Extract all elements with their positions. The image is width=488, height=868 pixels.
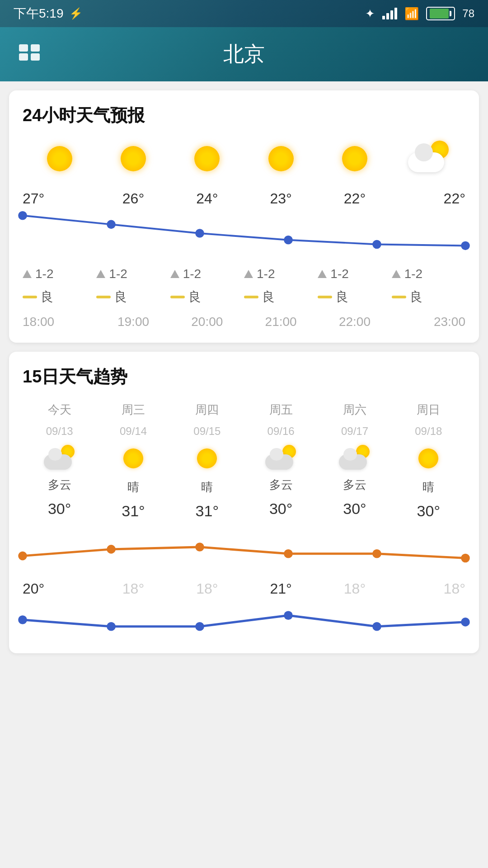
forecast-date-5: 09/18: [415, 425, 442, 438]
status-left: 下午5:19 ⚡: [14, 5, 83, 22]
svg-point-11: [107, 545, 116, 554]
forecast-weather-0: 多云: [48, 477, 71, 493]
svg-rect-2: [19, 53, 28, 61]
wind-item-3: 1-2: [244, 267, 318, 281]
wind-row: 1-2 1-2 1-2 1-2 1-2 1-2: [23, 267, 465, 281]
forecast-weather-5: 晴: [422, 479, 434, 495]
aqi-label-5: 良: [410, 288, 422, 306]
temp-label-1: 26°: [96, 190, 170, 207]
cloudy-icon-4: [339, 445, 371, 470]
hourly-item-5: [392, 141, 465, 172]
sun-icon-2: [189, 141, 225, 177]
wind-item-4: 1-2: [318, 267, 391, 281]
hourly-section-title: 24小时天气预报: [23, 104, 465, 127]
high-temp-line: [23, 529, 465, 565]
cloudy-icon-3: [265, 445, 297, 470]
aqi-label-4: 良: [336, 288, 348, 306]
temp-line-chart: [23, 211, 465, 256]
app-header: 北京: [0, 27, 488, 81]
time-label-1: 19:00: [96, 315, 170, 329]
wind-item-1: 1-2: [96, 267, 170, 281]
wind-arrow-3: [244, 270, 253, 278]
forecast-col-0: 今天 09/13 多云 30°: [23, 402, 96, 518]
low-temp-5: 18°: [392, 580, 465, 597]
time-label-5: 23:00: [392, 315, 465, 329]
low-temp-line: [23, 602, 465, 638]
wind-label-2: 1-2: [183, 267, 201, 281]
svg-point-21: [461, 618, 470, 627]
svg-point-14: [372, 549, 381, 558]
temp-label-5: 22°: [392, 190, 465, 207]
signal-icon: [382, 8, 397, 19]
aqi-item-5: 良: [392, 288, 465, 306]
temp-labels-row: 27° 26° 24° 23° 22° 22°: [23, 190, 465, 207]
forecast-day-3: 周五: [269, 402, 293, 418]
aqi-bar-5: [392, 296, 406, 298]
forecast-high-2: 31°: [196, 502, 219, 520]
wind-arrow-4: [318, 270, 327, 278]
city-title: 北京: [223, 40, 265, 68]
hourly-item-1: [96, 141, 170, 177]
forecast-weather-2: 晴: [201, 479, 213, 495]
aqi-item-4: 良: [318, 288, 391, 306]
forecast-high-1: 31°: [122, 502, 145, 520]
aqi-label-1: 良: [114, 288, 127, 306]
svg-point-18: [195, 622, 204, 631]
svg-point-9: [461, 241, 470, 250]
wind-label-4: 1-2: [330, 267, 348, 281]
forecast-day-5: 周日: [417, 402, 440, 418]
forecast-date-0: 09/13: [46, 425, 73, 438]
hourly-item-2: [170, 141, 244, 177]
time-label-0: 18:00: [23, 315, 96, 329]
svg-point-5: [107, 220, 116, 229]
wind-item-0: 1-2: [23, 267, 96, 281]
wind-label-0: 1-2: [35, 267, 53, 281]
temp-label-4: 22°: [318, 190, 391, 207]
forecast-high-0: 30°: [48, 500, 71, 518]
forecast-date-4: 09/17: [341, 425, 368, 438]
hourly-item-4: [318, 141, 391, 177]
forecast-weather-4: 多云: [343, 477, 366, 493]
aqi-row: 良 良 良 良 良 良: [23, 288, 465, 306]
wifi-icon: 📶: [404, 7, 419, 21]
wind-label-1: 1-2: [109, 267, 127, 281]
time-label-3: 21:00: [244, 315, 318, 329]
sun-icon-4: [337, 141, 373, 177]
low-temp-0: 20°: [23, 580, 96, 597]
wind-arrow-1: [96, 270, 105, 278]
aqi-label-2: 良: [188, 288, 201, 306]
forecast-date-2: 09/15: [193, 425, 221, 438]
svg-point-17: [107, 622, 116, 631]
wind-item-2: 1-2: [170, 267, 244, 281]
forecast-date-3: 09/16: [267, 425, 295, 438]
svg-point-16: [18, 615, 27, 624]
low-temp-1: 18°: [96, 580, 170, 597]
sun-icon-fc-5: [415, 445, 442, 472]
aqi-bar-3: [244, 296, 258, 298]
forecast-high-3: 30°: [269, 500, 292, 518]
aqi-item-3: 良: [244, 288, 318, 306]
low-temp-chart: [23, 602, 465, 640]
forecast-day-4: 周六: [343, 402, 366, 418]
aqi-label-0: 良: [41, 288, 53, 306]
forecast-weather-1: 晴: [127, 479, 139, 495]
temp-label-0: 27°: [23, 190, 96, 207]
lightning-icon: ⚡: [69, 7, 83, 20]
forecast-day-1: 周三: [122, 402, 145, 418]
low-temp-3: 21°: [244, 580, 318, 597]
forecast-weather-3: 多云: [269, 477, 293, 493]
time-row: 18:00 19:00 20:00 21:00 22:00 23:00: [23, 315, 465, 329]
sun-icon-3: [263, 141, 299, 177]
aqi-bar-4: [318, 296, 332, 298]
cloudy-icon-0: [44, 445, 75, 470]
hourly-forecast-card: 24小时天气预报: [9, 90, 479, 343]
hourly-icons-row: [23, 141, 465, 177]
time-label: 下午5:19: [14, 5, 64, 22]
wind-arrow-0: [23, 270, 32, 278]
status-right: ✦ 📶 78: [365, 7, 474, 21]
cloudy-sun-icon-5: [408, 141, 449, 172]
svg-point-10: [18, 552, 27, 561]
forecast-card: 15日天气趋势 今天 09/13 多云 30° 周三 09/14 晴 31°: [9, 352, 479, 653]
forecast-col-1: 周三 09/14 晴 31°: [96, 402, 170, 520]
menu-icon[interactable]: [18, 43, 41, 66]
